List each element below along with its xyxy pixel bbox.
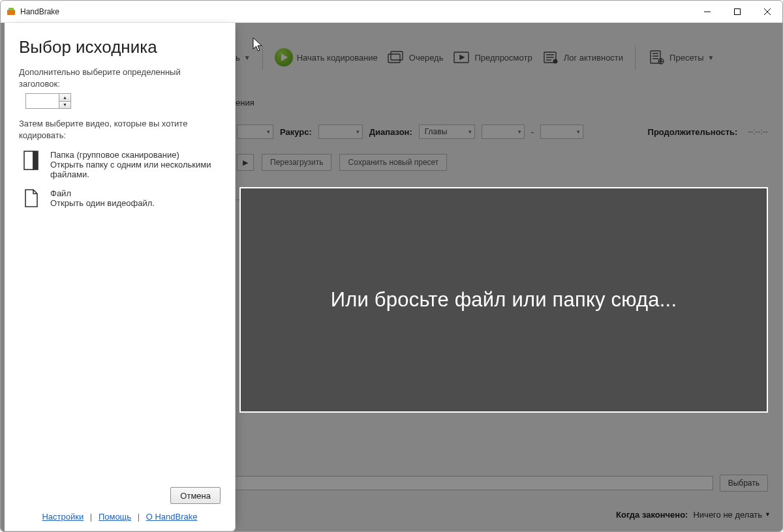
panel-footer-links: Настройки | Помощь | О HandBrake	[5, 508, 235, 531]
drop-message: Или бросьте файл или папку сюда...	[331, 288, 677, 312]
link-separator: |	[138, 512, 140, 522]
svg-rect-1	[8, 8, 14, 10]
panel-paragraph-1: Дополнительно выберите определенный заго…	[19, 66, 221, 89]
svg-rect-3	[735, 8, 741, 14]
panel-heading: Выбор исходника	[19, 37, 221, 57]
svg-rect-0	[7, 10, 15, 15]
open-folder-subtitle: Открыть папку с одним или несколькими фа…	[50, 160, 221, 179]
spin-up-button[interactable]: ▲	[59, 93, 71, 101]
svg-rect-21	[33, 151, 38, 170]
about-link[interactable]: О HandBrake	[146, 512, 198, 522]
open-file-title: Файл	[50, 188, 155, 198]
open-file-subtitle: Открыть один видеофайл.	[50, 198, 155, 208]
file-icon	[22, 188, 41, 211]
open-folder-option[interactable]: Папка (групповое сканирование) Открыть п…	[22, 150, 221, 179]
open-folder-title: Папка (групповое сканирование)	[50, 150, 221, 160]
help-link[interactable]: Помощь	[99, 512, 131, 522]
panel-paragraph-2: Затем выберите видео, которые вы хотите …	[19, 118, 221, 141]
spin-down-button[interactable]: ▼	[59, 101, 71, 110]
title-number-input[interactable]	[25, 93, 59, 109]
maximize-button[interactable]	[722, 1, 752, 23]
source-selection-panel: Выбор исходника Дополнительно выберите о…	[5, 23, 236, 531]
folder-icon	[22, 150, 41, 172]
drop-area[interactable]: Или бросьте файл или папку сюда...	[239, 187, 768, 413]
app-icon	[6, 7, 16, 17]
title-bar: HandBrake	[1, 1, 782, 23]
window-title: HandBrake	[20, 7, 59, 16]
minimize-button[interactable]	[692, 1, 722, 23]
cancel-button[interactable]: Отмена	[170, 487, 221, 504]
link-separator: |	[90, 512, 92, 522]
svg-rect-20	[24, 151, 33, 170]
settings-link[interactable]: Настройки	[42, 512, 84, 522]
window-controls	[692, 1, 782, 23]
open-file-option[interactable]: Файл Открыть один видеофайл.	[22, 188, 221, 211]
close-button[interactable]	[752, 1, 782, 23]
title-number-spinner[interactable]: ▲ ▼	[25, 93, 221, 109]
